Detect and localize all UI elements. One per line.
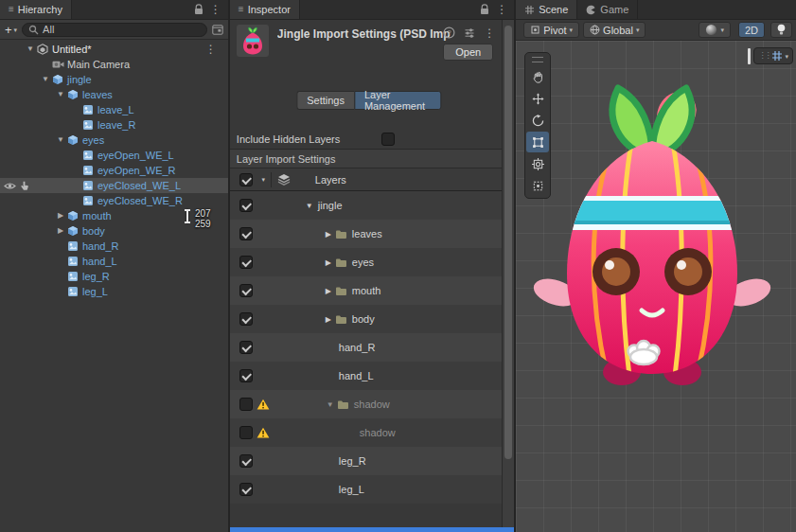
layer-row-body[interactable]: ▶body	[230, 305, 502, 333]
search-options-icon[interactable]	[212, 25, 223, 35]
hierarchy-item-hand_R[interactable]: hand_R	[0, 239, 228, 254]
pivot-dropdown[interactable]: Pivot ▾	[523, 22, 579, 38]
scrollbar-thumb[interactable]	[504, 26, 512, 459]
tab-inspector[interactable]: ≡ Inspector	[230, 0, 300, 19]
tab-game[interactable]: Game	[577, 0, 638, 19]
scene-root-row[interactable]: ▼ Untitled* ⋮	[0, 42, 228, 57]
layer-row-hand_R[interactable]: hand_R	[230, 333, 502, 362]
foldout-icon[interactable]: ▼	[55, 136, 66, 144]
layer-checkbox[interactable]	[239, 284, 253, 297]
layer-row-leaves[interactable]: ▶leaves	[230, 220, 502, 248]
global-label: Global	[603, 25, 633, 36]
inspector-scrollbar[interactable]	[502, 20, 514, 527]
hierarchy-item-leaves[interactable]: ▼leaves	[0, 87, 228, 102]
overlay-drag-handle[interactable]	[532, 57, 543, 62]
foldout-icon[interactable]: ▶	[323, 230, 334, 239]
pane-kebab-icon[interactable]: ⋮	[496, 4, 507, 15]
create-object-button[interactable]: +▾	[5, 24, 17, 36]
layer-checkbox[interactable]	[239, 341, 253, 354]
hierarchy-item-hand_L[interactable]: hand_L	[0, 254, 228, 269]
hierarchy-item-leave_R[interactable]: leave_R	[0, 117, 228, 133]
2d-toggle[interactable]: 2D	[738, 22, 765, 38]
include-hidden-layers-label: Include Hidden Layers	[237, 133, 340, 145]
rect-tool-button[interactable]	[526, 132, 549, 152]
layer-checkbox[interactable]	[239, 426, 253, 439]
hierarchy-item-leg_R[interactable]: leg_R	[0, 269, 228, 284]
help-icon[interactable]: ?	[443, 27, 455, 39]
shading-mode-dropdown[interactable]: ▾	[699, 22, 731, 38]
item-label: eyeClosed_WE_L	[95, 180, 181, 191]
layer-row-shadow[interactable]: shadow	[230, 418, 502, 447]
hierarchy-item-leave_L[interactable]: leave_L	[0, 102, 228, 117]
jingle-character-sprite[interactable]	[529, 77, 775, 389]
presets-icon[interactable]	[464, 27, 475, 39]
tab-hierarchy[interactable]: ≡ Hierarchy	[0, 0, 72, 19]
hierarchy-item-jingle[interactable]: ▼jingle	[0, 72, 228, 87]
grid-toggle-button[interactable]: ⋮⋮ ▾	[753, 47, 793, 64]
global-dropdown[interactable]: Global ▾	[583, 22, 646, 38]
layer-row-eyes[interactable]: ▶eyes	[230, 248, 502, 276]
overlay-drag-handle[interactable]: ⋮⋮	[758, 52, 769, 60]
scene-tab-icon	[524, 5, 535, 15]
tab-label: Hierarchy	[18, 4, 62, 15]
lock-icon[interactable]	[194, 4, 203, 15]
search-value: All	[43, 24, 54, 35]
rotate-tool-button[interactable]	[526, 110, 549, 131]
visibility-eye-icon[interactable]	[3, 182, 16, 190]
foldout-icon[interactable]: ▼	[40, 76, 51, 83]
lock-icon[interactable]	[480, 4, 489, 15]
layer-checkbox[interactable]	[239, 199, 253, 212]
layer-row-leg_R[interactable]: leg_R	[230, 447, 502, 475]
scene-canvas[interactable]: ⋮⋮ ▾	[516, 41, 796, 532]
foldout-icon[interactable]: ▼	[55, 91, 66, 98]
hierarchy-item-eyeClosed_WE_R[interactable]: eyeClosed_WE_R	[0, 193, 228, 208]
hierarchy-search-input[interactable]: All	[22, 23, 207, 37]
tab-scene[interactable]: Scene	[516, 0, 577, 19]
foldout-icon[interactable]: ▼	[304, 202, 315, 210]
layer-row-hand_L[interactable]: hand_L	[230, 362, 502, 390]
include-hidden-layers-checkbox[interactable]	[381, 133, 395, 146]
hierarchy-item-eyeClosed_WE_L[interactable]: eyeClosed_WE_L	[0, 178, 228, 193]
hierarchy-item-leg_L[interactable]: leg_L	[0, 284, 228, 299]
foldout-icon[interactable]: ▼	[325, 400, 336, 409]
layer-checkbox[interactable]	[239, 312, 253, 326]
scene-kebab-icon[interactable]: ⋮	[205, 44, 228, 55]
foldout-icon[interactable]: ▶	[323, 315, 334, 324]
pane-controls: ⋮	[194, 0, 228, 19]
foldout-icon[interactable]: ▼	[25, 45, 36, 53]
hierarchy-item-Main Camera[interactable]: Main Camera	[0, 57, 228, 72]
hierarchy-item-eyeOpen_WE_L[interactable]: eyeOpen_WE_L	[0, 148, 228, 163]
layer-checkbox[interactable]	[239, 256, 253, 269]
transform-tool-button[interactable]	[526, 153, 549, 174]
hierarchy-item-eyes[interactable]: ▼eyes	[0, 133, 228, 148]
inspector-kebab-icon[interactable]: ⋮	[484, 27, 495, 39]
layer-row-jingle[interactable]: ▼jingle	[230, 191, 502, 220]
prefab-icon	[51, 74, 64, 85]
hierarchy-item-eyeOpen_WE_R[interactable]: eyeOpen_WE_R	[0, 163, 228, 178]
mode-tab-settings[interactable]: Settings	[296, 91, 354, 110]
hierarchy-items: Main Camera▼jingle▼leavesleave_Lleave_R▼…	[0, 57, 228, 299]
view-tool-button[interactable]	[526, 66, 549, 87]
foldout-icon[interactable]: ▶	[55, 212, 66, 220]
layer-row-shadow[interactable]: ▼shadow	[230, 390, 502, 418]
mode-tab-layer-management[interactable]: Layer Management	[354, 91, 442, 110]
lighting-toggle[interactable]	[770, 22, 792, 38]
pane-kebab-icon[interactable]: ⋮	[210, 4, 221, 15]
layer-checkbox[interactable]	[239, 398, 253, 411]
layer-checkbox[interactable]	[239, 369, 253, 382]
hierarchy-item-mouth[interactable]: ▶mouth	[0, 208, 228, 223]
layer-checkbox[interactable]	[239, 454, 253, 468]
foldout-icon[interactable]: ▶	[323, 258, 334, 267]
foldout-icon[interactable]: ▶	[323, 287, 334, 295]
layers-dropdown-icon[interactable]: ▾	[256, 172, 272, 187]
hierarchy-item-body[interactable]: ▶body	[0, 223, 228, 239]
foldout-icon[interactable]: ▶	[55, 227, 66, 235]
open-button[interactable]: Open	[443, 44, 493, 61]
layer-row-mouth[interactable]: ▶mouth	[230, 276, 502, 305]
layers-master-checkbox[interactable]	[239, 173, 253, 186]
layer-checkbox[interactable]	[239, 227, 253, 240]
layer-row-leg_L[interactable]: leg_L	[230, 475, 502, 504]
custom-tool-button[interactable]	[526, 175, 549, 196]
layer-checkbox[interactable]	[239, 483, 253, 496]
move-tool-button[interactable]	[526, 88, 549, 109]
